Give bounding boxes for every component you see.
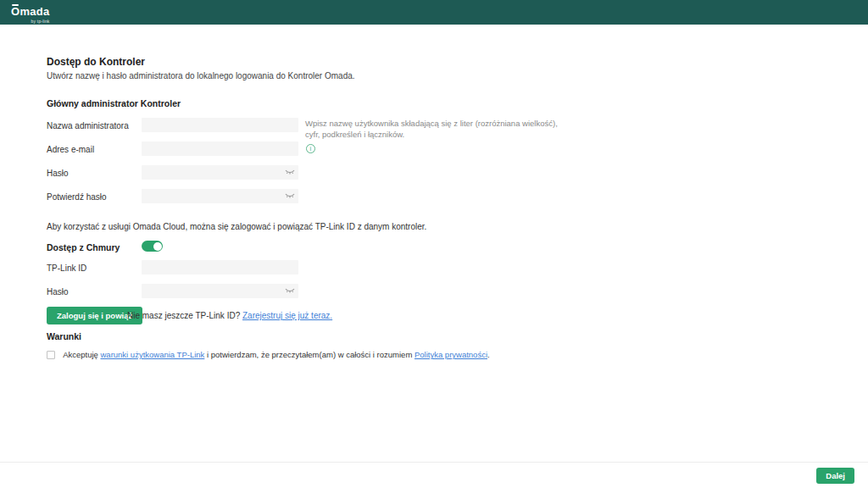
admin-email-input[interactable] [142, 141, 298, 156]
page-title: Dostęp do Kontroler [47, 56, 145, 68]
terms-accept-middle: i potwierdzam, że przeczytałem(am) w cał… [207, 350, 412, 359]
footer-bar: Dalej [0, 462, 868, 488]
admin-confirm-password-label: Potwierdź hasło [47, 192, 107, 202]
omada-logo-subtext: by tp-link [11, 19, 50, 24]
eye-closed-icon[interactable] [285, 169, 295, 176]
tplink-id-label: TP-Link ID [47, 263, 86, 273]
eye-closed-icon[interactable] [285, 192, 295, 200]
next-button[interactable]: Dalej [816, 468, 854, 484]
privacy-policy-link[interactable]: Polityka prywatności [415, 350, 487, 359]
terms-heading: Warunki [47, 331, 81, 341]
main-content: Dostęp do Kontroler Utwórz nazwę i hasło… [0, 25, 868, 462]
eye-closed-icon[interactable] [285, 287, 295, 295]
register-prompt: Nie masz jeszcze TP-Link ID? [127, 311, 240, 320]
cloud-access-label: Dostęp z Chmury [47, 242, 120, 252]
cloud-password-input[interactable] [142, 284, 298, 298]
omada-logo-text: Omada [11, 5, 50, 18]
admin-username-input[interactable] [142, 118, 298, 132]
terms-accept-prefix: Akceptuję [63, 350, 98, 359]
page-subtitle: Utwórz nazwę i hasło administratora do l… [47, 71, 355, 80]
info-icon[interactable]: i [306, 144, 315, 153]
header-bar: Omada by tp-link [0, 0, 868, 25]
omada-logo: Omada by tp-link [11, 3, 50, 24]
terms-accept-suffix: . [487, 350, 490, 359]
terms-line: Akceptuję warunki użytkowania TP-Link i … [47, 350, 490, 359]
admin-password-input[interactable] [142, 165, 298, 180]
admin-password-label: Hasło [47, 169, 69, 178]
cloud-access-toggle[interactable] [142, 241, 163, 252]
admin-username-label: Nazwa administratora [47, 121, 129, 130]
terms-of-use-link[interactable]: warunki użytkowania TP-Link [101, 350, 205, 359]
register-line: Nie masz jeszcze TP-Link ID? Zarejestruj… [127, 311, 332, 320]
admin-confirm-password-input[interactable] [142, 189, 298, 203]
register-link[interactable]: Zarejestruj się już teraz. [242, 311, 332, 320]
cloud-intro-text: Aby korzystać z usługi Omada Cloud, możn… [47, 222, 426, 231]
username-hint: Wpisz nazwę użytkownika składającą się z… [305, 118, 568, 141]
toggle-knob [153, 242, 162, 251]
admin-email-label: Adres e-mail [47, 145, 94, 154]
cloud-password-label: Hasło [47, 287, 69, 297]
terms-checkbox[interactable] [47, 351, 55, 359]
admin-section-heading: Główny administrator Kontroler [47, 98, 181, 108]
tplink-id-input[interactable] [142, 260, 298, 274]
